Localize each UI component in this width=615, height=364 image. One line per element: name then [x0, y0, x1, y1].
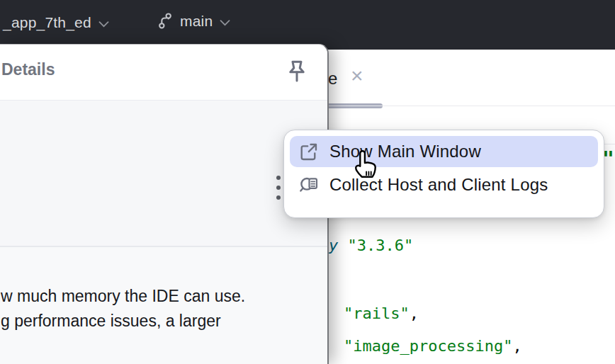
hand-pointer-cursor — [350, 148, 381, 182]
more-options-kebab-icon[interactable] — [273, 173, 284, 203]
details-panel-body: ettings — [0, 101, 327, 246]
external-link-icon — [299, 142, 318, 161]
code-string-token: "rails" — [344, 305, 410, 322]
details-panel: Details ettings w much memory the IDE ca… — [0, 44, 329, 364]
tab-close-icon[interactable]: × — [351, 65, 363, 86]
project-selector[interactable]: _app_7th_ed — [3, 14, 109, 31]
code-line[interactable]: "image_processing", — [344, 337, 522, 355]
branch-name: main — [180, 13, 213, 30]
code-line[interactable]: "rails", — [344, 305, 419, 322]
code-method-token: y — [329, 237, 338, 254]
tabstrip-border — [327, 106, 615, 106]
main-titlebar: _app_7th_ed main — [0, 0, 615, 50]
menu-item-show-main-window[interactable]: Show Main Window — [290, 136, 598, 167]
project-name: _app_7th_ed — [3, 14, 91, 31]
menu-item-collect-logs[interactable]: Collect Host and Client Logs — [290, 169, 598, 200]
description-line: w much memory the IDE can use. — [1, 284, 245, 309]
editor-tab-gemfile[interactable]: e — [328, 69, 337, 89]
code-comma-token: , — [512, 337, 521, 355]
description-line: g performance issues, a larger — [1, 309, 245, 334]
pin-icon[interactable] — [286, 59, 308, 86]
code-string-token: "3.3.6" — [348, 237, 414, 254]
search-logs-icon — [299, 176, 318, 195]
code-line[interactable]: y "3.3.6" — [329, 237, 413, 254]
chevron-down-icon — [98, 21, 109, 28]
panel-title: Details — [1, 60, 55, 79]
branch-selector[interactable]: main — [157, 12, 230, 30]
code-comma-token: , — [410, 305, 419, 322]
chevron-down-icon — [220, 20, 230, 26]
git-branch-icon — [157, 12, 173, 30]
details-description-section: w much memory the IDE can use. g perform… — [0, 247, 327, 364]
code-string-token: "image_processing" — [344, 337, 512, 355]
details-panel-header: Details — [0, 45, 327, 100]
description-text: w much memory the IDE can use. g perform… — [1, 284, 245, 334]
context-menu: Show Main Window Collect Host and Client… — [283, 130, 604, 218]
